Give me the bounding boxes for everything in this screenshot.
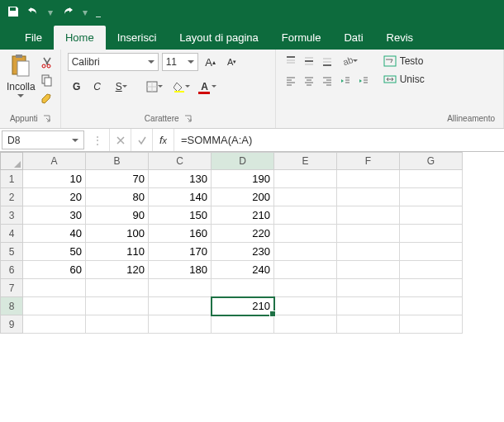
fx-icon[interactable]: fx	[152, 129, 174, 151]
cell-F6[interactable]	[337, 261, 400, 279]
orientation-icon[interactable]: ab	[337, 53, 362, 69]
cell-A3[interactable]: 30	[23, 206, 86, 225]
cell-B2[interactable]: 80	[86, 188, 149, 206]
cell-F1[interactable]	[337, 170, 400, 188]
fill-color-icon[interactable]	[169, 78, 194, 96]
cell-A7[interactable]	[23, 279, 86, 297]
shrink-font-icon[interactable]: A▾	[223, 53, 241, 71]
cell-E1[interactable]	[274, 170, 337, 188]
row-header-7[interactable]: 7	[0, 279, 23, 297]
tab-review[interactable]: Revis	[375, 26, 426, 50]
cell-B4[interactable]: 100	[86, 225, 149, 243]
enter-formula-icon[interactable]	[131, 129, 152, 151]
cell-C4[interactable]: 160	[149, 225, 212, 243]
cell-D7[interactable]	[212, 279, 274, 297]
cell-C9[interactable]	[149, 315, 212, 334]
cell-E6[interactable]	[274, 261, 337, 279]
cell-A1[interactable]: 10	[23, 170, 86, 188]
cell-B8[interactable]	[86, 297, 149, 315]
cell-E7[interactable]	[274, 279, 337, 297]
cell-D4[interactable]: 220	[212, 225, 274, 243]
select-all-triangle[interactable]	[0, 152, 23, 170]
cell-E9[interactable]	[274, 315, 337, 334]
save-icon[interactable]	[7, 5, 20, 21]
formula-input[interactable]: =SOMMA(A:A)	[174, 129, 504, 151]
cell-A6[interactable]: 60	[23, 261, 86, 279]
wrap-text-button[interactable]: Testo	[383, 53, 425, 69]
name-box[interactable]: D8	[2, 130, 84, 149]
align-right-icon[interactable]	[319, 73, 335, 89]
align-left-icon[interactable]	[283, 73, 299, 89]
cancel-formula-icon[interactable]	[109, 129, 131, 151]
copy-icon[interactable]	[40, 73, 54, 89]
row-header-2[interactable]: 2	[0, 188, 23, 206]
borders-icon[interactable]	[142, 78, 167, 96]
cell-B7[interactable]	[86, 279, 149, 297]
cell-A4[interactable]: 40	[23, 225, 86, 243]
row-header-1[interactable]: 1	[0, 170, 23, 188]
cell-G6[interactable]	[400, 261, 463, 279]
cell-E5[interactable]	[274, 243, 337, 261]
decrease-indent-icon[interactable]	[337, 73, 354, 89]
format-painter-icon[interactable]	[40, 91, 54, 107]
underline-button[interactable]: S	[109, 78, 134, 96]
italic-button[interactable]: C	[88, 78, 107, 96]
tab-file[interactable]: File	[13, 26, 54, 50]
align-bottom-icon[interactable]	[319, 53, 335, 69]
cell-C3[interactable]: 150	[149, 206, 212, 225]
cell-C2[interactable]: 140	[149, 188, 212, 206]
grow-font-icon[interactable]: A▴	[202, 53, 220, 71]
cell-D1[interactable]: 190	[212, 170, 274, 188]
redo-icon[interactable]	[61, 5, 74, 21]
cell-F4[interactable]	[337, 225, 400, 243]
sheet-grid[interactable]: 1107013019022080140200330901502104401001…	[0, 170, 504, 334]
align-center-icon[interactable]	[301, 73, 317, 89]
cell-C8[interactable]	[149, 297, 212, 315]
font-size-combo[interactable]: 11	[162, 53, 198, 71]
cell-B9[interactable]	[86, 315, 149, 334]
row-header-4[interactable]: 4	[0, 225, 23, 243]
cell-G4[interactable]	[400, 225, 463, 243]
cell-E8[interactable]	[274, 297, 337, 315]
align-middle-icon[interactable]	[301, 53, 317, 69]
cell-D3[interactable]: 210	[212, 206, 274, 225]
cell-B6[interactable]: 120	[86, 261, 149, 279]
cell-G1[interactable]	[400, 170, 463, 188]
cell-A5[interactable]: 50	[23, 243, 86, 261]
cell-B1[interactable]: 70	[86, 170, 149, 188]
tab-formulas[interactable]: Formule	[270, 26, 333, 50]
cell-B5[interactable]: 110	[86, 243, 149, 261]
col-header-D[interactable]: D	[212, 152, 274, 170]
cell-G2[interactable]	[400, 188, 463, 206]
cell-G5[interactable]	[400, 243, 463, 261]
clipboard-dialog-launcher-icon[interactable]	[43, 115, 50, 122]
cell-F7[interactable]	[337, 279, 400, 297]
cell-C5[interactable]: 170	[149, 243, 212, 261]
cell-F9[interactable]	[337, 315, 400, 334]
cell-F8[interactable]	[337, 297, 400, 315]
cell-G8[interactable]	[400, 297, 463, 315]
cell-G3[interactable]	[400, 206, 463, 225]
row-header-8[interactable]: 8	[0, 297, 23, 315]
cell-C6[interactable]: 180	[149, 261, 212, 279]
tab-page-layout[interactable]: Layout di pagina	[168, 26, 269, 50]
cell-D6[interactable]: 240	[212, 261, 274, 279]
tab-home[interactable]: Home	[54, 26, 106, 50]
cell-F3[interactable]	[337, 206, 400, 225]
qat-customize-icon[interactable]: ⎯	[96, 8, 101, 17]
cell-B3[interactable]: 90	[86, 206, 149, 225]
cell-C1[interactable]: 130	[149, 170, 212, 188]
cell-F2[interactable]	[337, 188, 400, 206]
cell-D9[interactable]	[212, 315, 274, 334]
font-family-combo[interactable]: Calibri	[68, 53, 159, 71]
align-top-icon[interactable]	[283, 53, 299, 69]
cell-E4[interactable]	[274, 225, 337, 243]
cell-A8[interactable]	[23, 297, 86, 315]
row-header-6[interactable]: 6	[0, 261, 23, 279]
col-header-E[interactable]: E	[274, 152, 337, 170]
col-header-C[interactable]: C	[149, 152, 212, 170]
cell-C7[interactable]	[149, 279, 212, 297]
paste-icon[interactable]	[7, 53, 34, 79]
cell-E2[interactable]	[274, 188, 337, 206]
cell-G9[interactable]	[400, 315, 463, 334]
